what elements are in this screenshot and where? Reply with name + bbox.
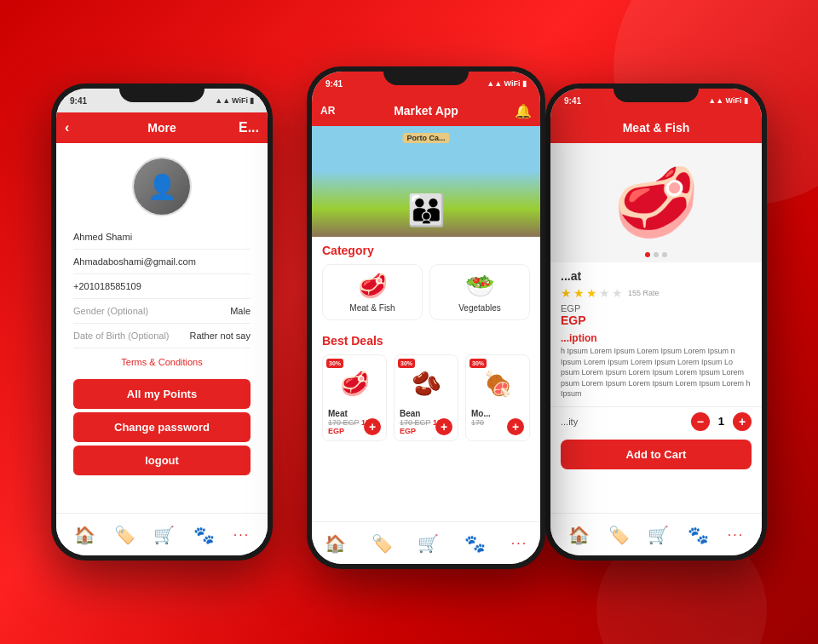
gender-label: Gender (Optional) [73, 306, 148, 316]
status-icons-left: ▲▲ WiFi ▮ [215, 96, 254, 105]
dot-3 [662, 252, 667, 257]
header-title-right: Meat & Fish [623, 121, 690, 135]
qty-value: 1 [718, 415, 724, 428]
product-details: ...at ★ ★ ★ ★ ★ 155 Rate EGP EGP ...ipti… [550, 262, 762, 406]
change-password-button[interactable]: Change password [73, 412, 251, 442]
right-nav-animal[interactable]: 🐾 [688, 525, 709, 545]
banner-scene: Porto Ca... 🧑‍🧑‍🧒 [312, 126, 540, 237]
back-button-left[interactable]: ‹ [65, 120, 69, 135]
app-header-center: AR Market App 🔔 [312, 95, 540, 126]
logout-button[interactable]: logout [73, 446, 251, 475]
bottom-nav-left: 🏠 🏷️ 🛒 🐾 ··· [56, 513, 268, 555]
vegetables-icon: 🥗 [434, 272, 526, 300]
add-to-cart-button[interactable]: Add to Cart [561, 440, 752, 469]
avatar: 👤 [132, 157, 192, 216]
gender-value: Male [230, 306, 251, 316]
center-nav-cart[interactable]: 🛒 [418, 533, 439, 554]
star-rating: ★ ★ ★ ★ ★ 155 Rate [561, 286, 752, 300]
status-icons-center: ▲▲ WiFi ▮ [487, 79, 527, 88]
category-title: Category [312, 237, 540, 261]
app-header-left: ‹ More E... [56, 112, 268, 143]
meat-fish-icon: 🥩 [326, 272, 418, 300]
add-meat-button[interactable]: + [364, 418, 381, 435]
deal-bean[interactable]: 30% 🫘 Bean 170 EGP 130 EGP + [394, 354, 458, 441]
all-my-points-button[interactable]: All my Points [73, 379, 251, 409]
qty-plus-button[interactable]: + [733, 412, 752, 431]
description-title: ...iption [561, 332, 752, 344]
dob-value: Rather not say [189, 331, 251, 341]
add-third-button[interactable]: + [507, 418, 524, 435]
save-badge-third: 30% [469, 359, 487, 368]
third-old-price: 170 [471, 418, 484, 427]
qty-minus-button[interactable]: − [691, 412, 710, 431]
add-bean-button[interactable]: + [435, 418, 452, 435]
banner: Porto Ca... 🧑‍🧑‍🧒 [312, 126, 540, 237]
right-nav-tag[interactable]: 🏷️ [608, 525, 630, 545]
right-phone-content: 🥩 ...at ★ ★ ★ ★ ★ [550, 143, 762, 555]
bell-icon[interactable]: 🔔 [515, 103, 532, 119]
right-nav-home[interactable]: 🏠 [568, 525, 590, 545]
notch-center [383, 66, 469, 85]
bean-old-price: 170 EGP [400, 418, 430, 427]
status-time-right: 9:41 [564, 96, 581, 106]
nav-cart-icon[interactable]: 🛒 [153, 525, 175, 545]
price-label: EGP [561, 303, 580, 313]
meat-old-price: 170 EGP [328, 418, 359, 427]
avatar-image: 👤 [134, 158, 190, 215]
nav-animal-icon[interactable]: 🐾 [193, 525, 215, 545]
screen-center: 9:41 ▲▲ WiFi ▮ AR Market App 🔔 Porto Ca.… [312, 72, 540, 564]
banner-figures: 🧑‍🧑‍🧒 [407, 193, 446, 228]
save-badge-bean: 30% [398, 359, 415, 368]
center-nav-more[interactable]: ··· [511, 536, 527, 551]
right-nav-cart[interactable]: 🛒 [648, 525, 669, 545]
category-meat-fish-label: Meat & Fish [326, 303, 418, 313]
center-nav-tag[interactable]: 🏷️ [372, 533, 393, 554]
star-2: ★ [573, 286, 585, 300]
product-image-icon: 🥩 [614, 163, 699, 243]
best-deals-grid: 30% 🥩 Meat 170 EGP 130 EGP + 30% 🫘 Bean [312, 351, 540, 445]
right-nav-more[interactable]: ··· [728, 527, 744, 543]
qty-label: ...ity [561, 417, 578, 427]
description-text: h Ipsum Lorem Ipsum Lorem Ipsum Lorem Ip… [561, 346, 752, 400]
notch-left [119, 83, 204, 102]
deal-meat-name: Meat [328, 409, 381, 418]
terms-link[interactable]: Terms & Conditions [56, 348, 268, 376]
center-nav-home[interactable]: 🏠 [325, 533, 346, 554]
star-1: ★ [561, 286, 572, 300]
category-meat-fish[interactable]: 🥩 Meat & Fish [322, 264, 423, 320]
status-time-left: 9:41 [70, 96, 87, 106]
bottom-nav-right: 🏠 🏷️ 🛒 🐾 ··· [550, 513, 762, 555]
rate-count: 155 Rate [628, 289, 660, 297]
header-title-left: More [147, 121, 176, 135]
status-time-center: 9:41 [325, 79, 343, 89]
center-nav-animal[interactable]: 🐾 [464, 533, 486, 554]
deal-third[interactable]: 30% 🍖 Mo... 170 + [465, 354, 530, 441]
best-deals-title: Best Deals [312, 327, 540, 351]
category-vegetables[interactable]: 🥗 Vegetables [429, 264, 530, 320]
screen-left: 9:41 ▲▲ WiFi ▮ ‹ More E... 👤 [56, 89, 268, 555]
deal-bean-name: Bean [400, 409, 452, 418]
profile-info: Ahmed Shami Ahmadaboshami@gmail.com +201… [56, 225, 268, 348]
screen-right: 9:41 ▲▲ WiFi ▮ Meat & Fish 🥩 [550, 89, 762, 555]
notch-right [614, 83, 699, 102]
nav-more-dots[interactable]: ··· [233, 527, 250, 543]
phones-container: 9:41 ▲▲ WiFi ▮ ‹ More E... 👤 [26, 15, 792, 629]
phone-right: 9:41 ▲▲ WiFi ▮ Meat & Fish 🥩 [545, 83, 767, 561]
name-row: Ahmed Shami [73, 225, 251, 250]
category-vegetables-label: Vegetables [434, 303, 526, 313]
header-title-center: Market App [394, 104, 458, 118]
deal-meat[interactable]: 30% 🥩 Meat 170 EGP 130 EGP + [322, 354, 387, 441]
nav-tag-icon[interactable]: 🏷️ [114, 525, 135, 545]
phone-row: +201018585109 [73, 274, 251, 299]
dob-row: Date of Birth (Optional) Rather not say [73, 324, 251, 348]
nav-home-icon[interactable]: 🏠 [74, 525, 95, 545]
price-row: EGP [561, 303, 752, 313]
deal-third-name: Mo... [471, 409, 524, 418]
phone-left: 9:41 ▲▲ WiFi ▮ ‹ More E... 👤 [51, 83, 273, 561]
price-red: EGP [561, 313, 752, 327]
star-3: ★ [586, 286, 597, 300]
profile-section: 👤 [56, 143, 268, 225]
user-phone: +201018585109 [73, 281, 141, 291]
user-name: Ahmed Shami [73, 232, 132, 242]
dob-label: Date of Birth (Optional) [73, 331, 170, 341]
